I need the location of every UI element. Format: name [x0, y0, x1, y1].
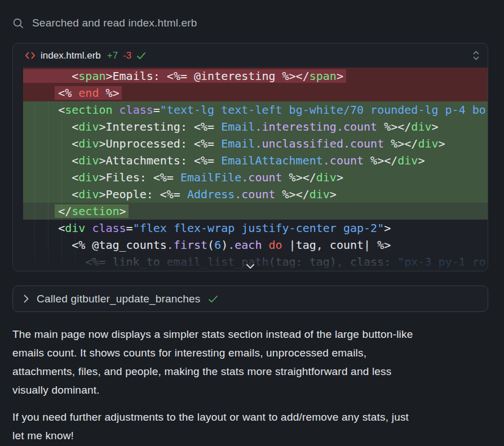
search-tool-summary[interactable]: Searched and read index.html.erb — [12, 17, 492, 29]
search-summary-label: Searched and read index.html.erb — [32, 17, 197, 29]
chevron-down-icon — [246, 264, 255, 269]
code-line: <div class="flex flex-wrap justify-cente… — [23, 220, 488, 237]
code-lines: <span>Emails: <%= @interesting %></span>… — [13, 68, 488, 270]
diff-card: index.html.erb +7 -3 — [12, 43, 488, 271]
diff-filename: index.html.erb — [41, 50, 101, 61]
code-line: <div>Attachments: <%= EmailAttachment.co… — [23, 152, 488, 169]
unfold-vertical-icon[interactable] — [472, 50, 480, 61]
code-brackets-icon — [25, 51, 36, 60]
code-line: <% @tag_counts.first(6).each do |tag, co… — [23, 237, 488, 253]
code-block: <span>Emails: <%= @interesting %></span>… — [13, 68, 488, 271]
expand-code-button[interactable] — [245, 262, 257, 270]
code-line: <div>Interesting: <%= Email.interesting.… — [23, 118, 488, 135]
code-line: <section class="text-lg text-left bg-whi… — [23, 101, 488, 118]
code-line: <div>Unprocessed: <%= Email.unclassified… — [23, 135, 488, 152]
chat-message: Searched and read index.html.erb index.h… — [0, 0, 504, 445]
diff-card-header[interactable]: index.html.erb +7 -3 — [13, 43, 488, 68]
assistant-paragraph: The main page now displays a simpler sta… — [12, 325, 492, 399]
assistant-answer: The main page now displays a simpler sta… — [12, 325, 492, 445]
code-line: <% end %> — [23, 84, 488, 101]
search-icon — [12, 17, 24, 29]
code-line: </section> — [23, 203, 488, 220]
chevron-right-icon — [23, 294, 29, 304]
diff-success-check-icon — [136, 52, 146, 60]
deletions-badge: -3 — [123, 50, 131, 61]
code-line: <div>Files: <%= EmailFile.count %></div> — [23, 169, 488, 186]
code-line: <span>Emails: <%= @interesting %></span> — [23, 68, 488, 84]
additions-badge: +7 — [107, 50, 118, 61]
code-line: <div>People: <%= Address.count %></div> — [23, 186, 488, 203]
assistant-paragraph: If you need further adjustments to the l… — [12, 408, 492, 445]
tool-success-check-icon — [208, 295, 218, 303]
tool-call-card[interactable]: Called gitbutler_update_branches — [12, 286, 488, 312]
tool-call-label: Called gitbutler_update_branches — [37, 293, 201, 305]
